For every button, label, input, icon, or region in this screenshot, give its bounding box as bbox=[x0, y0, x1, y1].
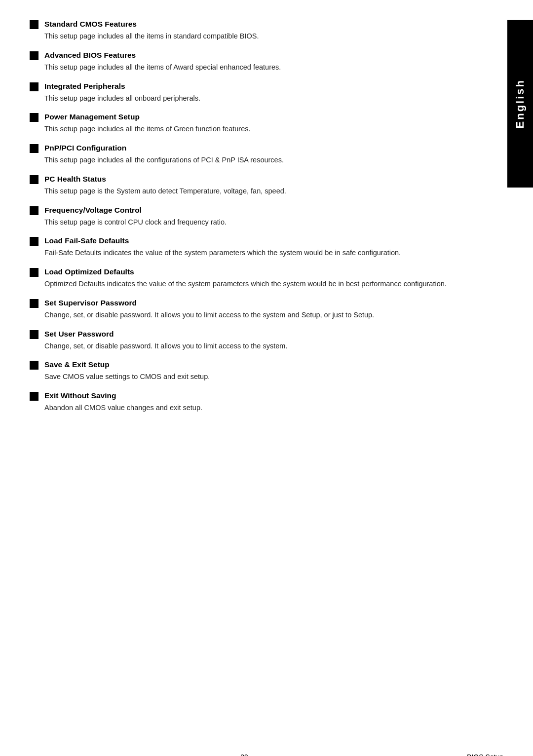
bullet-icon-set-supervisor bbox=[30, 299, 38, 308]
menu-item-standard-cmos: Standard CMOS Features This setup page i… bbox=[30, 20, 464, 42]
menu-item-header-advanced-bios: Advanced BIOS Features bbox=[30, 51, 464, 60]
menu-item-title-set-supervisor: Set Supervisor Password bbox=[44, 299, 137, 307]
menu-item-header-pc-health: PC Health Status bbox=[30, 175, 464, 184]
menu-item-pnp-pci: PnP/PCI Configuration This setup page in… bbox=[30, 144, 464, 166]
menu-item-load-optimized: Load Optimized Defaults Optimized Defaul… bbox=[30, 267, 464, 290]
menu-item-save-exit: Save & Exit Setup Save CMOS value settin… bbox=[30, 360, 464, 382]
menu-item-title-set-user: Set User Password bbox=[44, 330, 114, 339]
bullet-icon-pnp-pci bbox=[30, 144, 38, 153]
bullet-icon-power-management bbox=[30, 113, 38, 122]
menu-item-exit-without-saving: Exit Without Saving Abandon all CMOS val… bbox=[30, 391, 464, 414]
menu-item-desc-pc-health: This setup page is the System auto detec… bbox=[44, 186, 464, 197]
menu-item-desc-pnp-pci: This setup page includes all the configu… bbox=[44, 155, 464, 166]
menu-item-desc-load-failsafe: Fail-Safe Defaults indicates the value o… bbox=[44, 248, 464, 259]
footer-right-label: BIOS Setup bbox=[467, 753, 503, 756]
menu-item-load-failsafe: Load Fail-Safe Defaults Fail-Safe Defaul… bbox=[30, 236, 464, 259]
bullet-icon-advanced-bios bbox=[30, 51, 38, 60]
menu-item-header-power-management: Power Management Setup bbox=[30, 113, 464, 122]
bullet-icon-pc-health bbox=[30, 175, 38, 184]
menu-item-desc-standard-cmos: This setup page includes all the items i… bbox=[44, 31, 464, 42]
bullet-icon-integrated-peripherals bbox=[30, 82, 38, 91]
menu-item-desc-power-management: This setup page includes all the items o… bbox=[44, 124, 464, 135]
menu-item-title-load-optimized: Load Optimized Defaults bbox=[44, 267, 134, 276]
menu-item-title-advanced-bios: Advanced BIOS Features bbox=[44, 51, 136, 60]
menu-item-header-freq-voltage: Frequency/Voltage Control bbox=[30, 206, 464, 215]
menu-item-pc-health: PC Health Status This setup page is the … bbox=[30, 175, 464, 197]
menu-item-header-exit-without-saving: Exit Without Saving bbox=[30, 391, 464, 401]
menu-item-header-standard-cmos: Standard CMOS Features bbox=[30, 20, 464, 29]
menu-item-desc-advanced-bios: This setup page includes all the items o… bbox=[44, 62, 464, 73]
menu-item-title-standard-cmos: Standard CMOS Features bbox=[44, 20, 137, 29]
menu-item-desc-save-exit: Save CMOS value settings to CMOS and exi… bbox=[44, 372, 464, 382]
bullet-icon-set-user bbox=[30, 330, 38, 339]
bullet-icon-freq-voltage bbox=[30, 206, 38, 215]
menu-item-title-pc-health: PC Health Status bbox=[44, 175, 106, 184]
menu-item-header-set-user: Set User Password bbox=[30, 330, 464, 339]
bullet-icon-load-failsafe bbox=[30, 237, 38, 246]
bullet-icon-save-exit bbox=[30, 361, 38, 370]
menu-item-header-load-failsafe: Load Fail-Safe Defaults bbox=[30, 236, 464, 246]
menu-item-header-integrated-peripherals: Integrated Peripherals bbox=[30, 82, 464, 91]
menu-item-title-exit-without-saving: Exit Without Saving bbox=[44, 391, 116, 400]
footer-page-number: - 29 - bbox=[227, 753, 263, 756]
menu-item-power-management: Power Management Setup This setup page i… bbox=[30, 113, 464, 135]
bullet-icon-load-optimized bbox=[30, 268, 38, 277]
menu-item-advanced-bios: Advanced BIOS Features This setup page i… bbox=[30, 51, 464, 73]
bullet-icon-standard-cmos bbox=[30, 20, 38, 29]
menu-item-freq-voltage: Frequency/Voltage Control This setup pag… bbox=[30, 206, 464, 228]
menu-item-header-pnp-pci: PnP/PCI Configuration bbox=[30, 144, 464, 153]
menu-item-desc-set-user: Change, set, or disable password. It all… bbox=[44, 341, 464, 352]
menu-item-set-user: Set User Password Change, set, or disabl… bbox=[30, 330, 464, 352]
menu-item-title-power-management: Power Management Setup bbox=[44, 113, 140, 121]
bullet-icon-exit-without-saving bbox=[30, 392, 38, 401]
menu-item-desc-exit-without-saving: Abandon all CMOS value changes and exit … bbox=[44, 403, 464, 414]
menu-item-title-load-failsafe: Load Fail-Safe Defaults bbox=[44, 236, 129, 245]
page-wrapper: English Standard CMOS Features This setu… bbox=[0, 20, 533, 756]
menu-item-desc-integrated-peripherals: This setup page includes all onboard per… bbox=[44, 93, 464, 104]
menu-item-desc-set-supervisor: Change, set, or disable password. It all… bbox=[44, 310, 464, 321]
menu-item-title-pnp-pci: PnP/PCI Configuration bbox=[44, 144, 126, 152]
menu-item-desc-load-optimized: Optimized Defaults indicates the value o… bbox=[44, 279, 464, 290]
side-tab: English bbox=[507, 20, 533, 188]
side-tab-label: English bbox=[514, 79, 527, 128]
menu-item-title-freq-voltage: Frequency/Voltage Control bbox=[44, 206, 142, 215]
menu-item-integrated-peripherals: Integrated Peripherals This setup page i… bbox=[30, 82, 464, 104]
menu-item-title-save-exit: Save & Exit Setup bbox=[44, 360, 110, 369]
menu-item-header-load-optimized: Load Optimized Defaults bbox=[30, 267, 464, 277]
menu-item-set-supervisor: Set Supervisor Password Change, set, or … bbox=[30, 299, 464, 321]
menu-item-title-integrated-peripherals: Integrated Peripherals bbox=[44, 82, 125, 91]
menu-item-desc-freq-voltage: This setup page is control CPU clock and… bbox=[44, 217, 464, 228]
footer: - 29 - BIOS Setup bbox=[0, 753, 533, 756]
menu-item-header-set-supervisor: Set Supervisor Password bbox=[30, 299, 464, 308]
menu-item-header-save-exit: Save & Exit Setup bbox=[30, 360, 464, 370]
main-content: Standard CMOS Features This setup page i… bbox=[30, 20, 494, 414]
